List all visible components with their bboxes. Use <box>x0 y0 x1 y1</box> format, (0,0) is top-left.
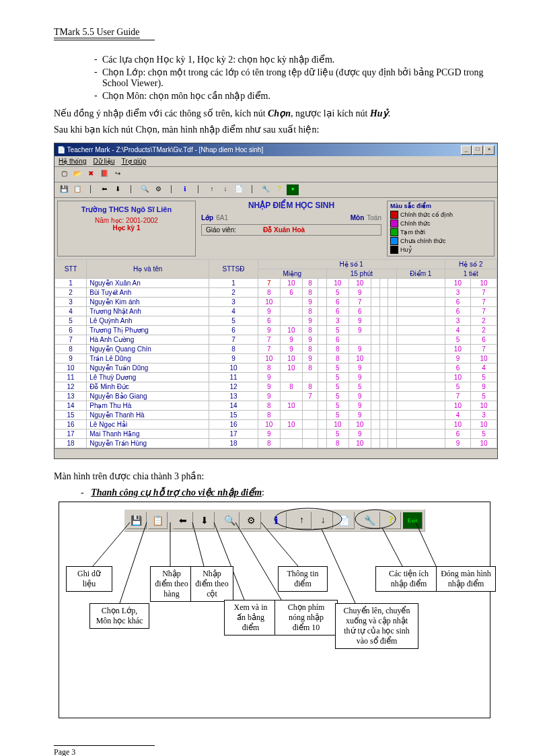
x-icon: ✖ <box>84 168 98 180</box>
minimize-icon: _ <box>461 145 472 155</box>
tools-icon: 🔧 <box>360 512 380 529</box>
exit-icon: Exit <box>402 512 423 529</box>
info-icon: ℹ <box>178 184 192 196</box>
row-icon: ⬅ <box>173 512 193 529</box>
open-icon: 📂 <box>71 168 84 180</box>
hotkey-icon: ⚙ <box>241 512 261 529</box>
new-icon: ▢ <box>57 168 71 180</box>
app-window: 📄 Teacherr Mark - Z:\Products\TMark\Gv.T… <box>54 143 498 459</box>
save-icon: 💾 <box>57 184 71 196</box>
up-icon: ↑ <box>205 184 219 196</box>
row-icon: ⬅ <box>98 184 111 196</box>
menu-item: Hệ thống <box>59 158 86 165</box>
menubar[interactable]: Hệ thốngDữ liệuTrợ giúp <box>54 156 497 167</box>
info-icon: ℹ <box>266 512 287 529</box>
paragraph: - Thanh công cụ hỗ trợ cho việc nhập điể… <box>81 486 495 500</box>
school-info: Trường THCS Ngô Sĩ Liên Năm học: 2001-20… <box>57 201 196 256</box>
paragraph: Sau khi bạn kích nút Chọn, màn hình nhập… <box>54 123 495 137</box>
print-icon: 🔍 <box>220 512 240 529</box>
menu-item: Trợ giúp <box>121 158 146 165</box>
grade-table[interactable]: STTHọ và tênSTTSĐHệ số 1Hệ số 2 Miệng15 … <box>54 259 497 448</box>
window-buttons[interactable]: _□× <box>460 145 495 155</box>
bullet: Chọn Lớp: chọn một trong các lớp có tên … <box>94 67 495 89</box>
panel-title: NHẬP ĐIỂM HỌC SINH <box>201 201 381 210</box>
menu-item: Dữ liệu <box>93 158 114 165</box>
paragraph: Màn hình trên được chia thành 3 phần: <box>54 470 495 483</box>
print-icon: 🔍 <box>138 184 151 196</box>
toolbar-diagram: 💾📋 ⬅⬇ 🔍⚙ ℹ ↑↓📄 🔧? Exit Ghi dữ liệu Chọn … <box>59 502 490 718</box>
toolbar-2[interactable]: 💾📋│⬅⬇│🔍⚙│ℹ│↑↓📄│🔧?■ <box>54 182 497 198</box>
down-icon: ↓ <box>313 512 333 529</box>
close-icon: × <box>484 145 495 155</box>
hotkey-icon: ⚙ <box>151 184 165 196</box>
down-icon: ↓ <box>219 184 232 196</box>
list-icon: 📋 <box>148 512 168 529</box>
titlebar: 📄 Teacherr Mark - Z:\Products\TMark\Gv.T… <box>54 143 497 156</box>
bullet: Chọn Môn: chọn môn học cần nhập điểm. <box>94 90 495 102</box>
horizontal-scrollbar[interactable] <box>54 448 497 458</box>
up-icon: ↑ <box>292 512 312 529</box>
doc-header: TMark 5.5 User Guide <box>54 27 140 38</box>
update-icon: 📄 <box>232 184 246 196</box>
help2-icon: ? <box>272 184 286 196</box>
window-title: 📄 Teacherr Mark - Z:\Products\TMark\Gv.T… <box>57 146 263 153</box>
page-number: Page 3 <box>54 747 495 756</box>
maximize-icon: □ <box>472 145 483 155</box>
list-icon: 📋 <box>71 184 84 196</box>
toolbar-1[interactable]: ▢📂✖📕↪ <box>54 167 497 182</box>
tools-icon: 🔧 <box>259 184 272 196</box>
bullet: Các lựa chọn Học kỳ 1, Học kỳ 2: chọn họ… <box>94 54 495 65</box>
update-icon: 📄 <box>334 512 355 529</box>
save-icon: 💾 <box>126 512 147 529</box>
help-icon: 📕 <box>98 168 111 180</box>
col-icon: ⬇ <box>111 184 124 196</box>
exit-icon: ■ <box>286 184 299 196</box>
col-icon: ⬇ <box>194 512 215 529</box>
legend: Màu sắc điểm Chính thức cố địnhChính thứ… <box>387 201 495 256</box>
arrow-icon: ↪ <box>111 168 124 180</box>
paragraph: Nếu đồng ý nhập điểm với các thông số tr… <box>54 107 495 121</box>
help-icon: ? <box>381 512 402 529</box>
